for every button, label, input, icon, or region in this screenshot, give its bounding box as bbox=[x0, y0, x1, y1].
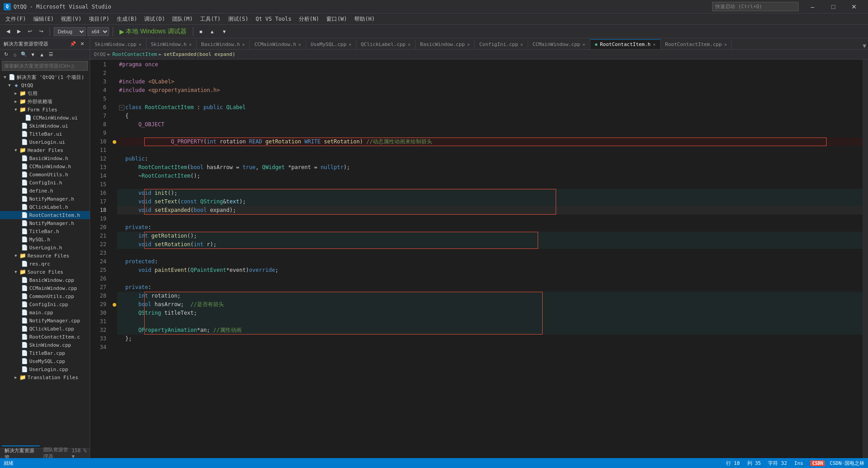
platform-dropdown[interactable]: x64 x86 bbox=[87, 27, 109, 36]
tab-usemysql-cpp[interactable]: UseMySQL.cpp ✕ bbox=[306, 39, 356, 49]
tab-close[interactable]: ✕ bbox=[189, 42, 192, 47]
menu-qt[interactable]: Qt VS Tools bbox=[252, 14, 295, 23]
tab-close[interactable]: ✕ bbox=[653, 42, 656, 47]
tree-file-userlogin-h[interactable]: 📄 UserLogin.h bbox=[0, 243, 90, 252]
tree-file-res-qrc[interactable]: 📄 res.qrc bbox=[0, 260, 90, 268]
search-quick-launch[interactable]: 快速启动 (Ctrl+Q) bbox=[712, 2, 799, 11]
tab-qclicklabel-cpp[interactable]: QClickLabel.cpp ✕ bbox=[356, 39, 416, 49]
code-editor[interactable]: 1 2 3 4 5 6 7 8 9 10 11 12 13 14 15 16 1… bbox=[90, 60, 868, 458]
tree-file-rootcontactitem-c[interactable]: 📄 RootContactItem.c bbox=[0, 333, 90, 341]
tree-file-define-h[interactable]: 📄 define.h bbox=[0, 187, 90, 195]
tab-close[interactable]: ✕ bbox=[521, 42, 523, 47]
close-button[interactable]: ✕ bbox=[844, 0, 864, 14]
tree-formfiles[interactable]: ▼ 📁 Form Files bbox=[0, 106, 90, 114]
tab-configini-cpp[interactable]: ConfigIni.cpp ✕ bbox=[475, 39, 528, 49]
menu-project[interactable]: 项目(P) bbox=[85, 14, 113, 24]
tab-close[interactable]: ✕ bbox=[242, 42, 245, 47]
bottom-tab-solution[interactable]: 解决方案资源管... bbox=[2, 445, 40, 459]
headerfiles-arrow[interactable]: ▼ bbox=[13, 148, 19, 152]
tree-file-titlebar-cpp[interactable]: 📄 TitleBar.cpp bbox=[0, 349, 90, 357]
se-toolbar-btn2[interactable]: ⌂ bbox=[11, 50, 19, 59]
tree-references[interactable]: ▶ 📁 引用 bbox=[0, 89, 90, 97]
tree-solution[interactable]: ▼ 📄 解决方案 'QtQQ'(1 个项目) bbox=[0, 73, 90, 81]
tree-file-titlebar-h[interactable]: 📄 TitleBar.h bbox=[0, 227, 90, 235]
collapse-6[interactable]: − bbox=[119, 105, 124, 110]
tab-close[interactable]: ✕ bbox=[583, 42, 585, 47]
translationfiles-arrow[interactable]: ▶ bbox=[13, 375, 19, 380]
tree-project[interactable]: ▼ ◆ QtQQ bbox=[0, 81, 90, 89]
tab-ccmainwindow-cpp[interactable]: CCMainWindow.cpp ✕ bbox=[528, 39, 590, 49]
config-dropdown[interactable]: Debug Release bbox=[54, 27, 86, 36]
tab-close[interactable]: ✕ bbox=[724, 42, 727, 47]
tree-file-configini-cpp[interactable]: 📄 ConfigIni.cpp bbox=[0, 300, 90, 308]
right-scrollbar[interactable] bbox=[863, 60, 868, 458]
breadcrumb-class[interactable]: RootContactItem bbox=[112, 51, 157, 57]
toolbar-undo[interactable]: ↩ bbox=[25, 28, 35, 35]
tree-file-qclicklabel-cpp[interactable]: 📄 QClickLabel.cpp bbox=[0, 325, 90, 333]
pin-button[interactable]: 📌 bbox=[69, 40, 77, 48]
tree-file-commonutils-h[interactable]: 📄 CommonUtils.h bbox=[0, 170, 90, 179]
tab-rootcontactitem-cpp[interactable]: RootContactItem.cpp ✕ bbox=[661, 39, 732, 49]
se-toolbar-btn4[interactable]: ▼ bbox=[29, 50, 37, 59]
code-content[interactable]: #pragma once #include <QLabel> #include … bbox=[117, 60, 863, 458]
run-button[interactable]: ▶ 本地 Windows 调试器 bbox=[117, 27, 189, 37]
maximize-button[interactable]: □ bbox=[823, 0, 844, 14]
menu-edit[interactable]: 编辑(E) bbox=[30, 14, 58, 24]
tree-file-userlogin-cpp[interactable]: 📄 UserLogin.cpp bbox=[0, 365, 90, 373]
tree-file-skinwindow-cpp[interactable]: 📄 SkinWindow.cpp bbox=[0, 341, 90, 349]
tree-file-userlogin-ui[interactable]: 📄 UserLogin.ui bbox=[0, 138, 90, 146]
status-col[interactable]: 列 35 bbox=[747, 460, 761, 467]
status-insert[interactable]: Ins bbox=[794, 460, 803, 466]
toolbar-redo[interactable]: ↪ bbox=[37, 28, 46, 35]
tab-close[interactable]: ✕ bbox=[298, 42, 301, 47]
se-toolbar-btn5[interactable]: ▲ bbox=[38, 50, 46, 59]
menu-build[interactable]: 生成(B) bbox=[113, 14, 141, 24]
menu-view[interactable]: 视图(V) bbox=[57, 14, 85, 24]
tree-file-rootcontactitem-h[interactable]: 📄 RootContactItem.h bbox=[0, 211, 90, 219]
solution-arrow[interactable]: ▼ bbox=[2, 75, 8, 79]
tab-basicwindow-h[interactable]: BasicWindow.h ✕ bbox=[196, 39, 250, 49]
tree-file-basicwindow-cpp[interactable]: 📄 BasicWindow.cpp bbox=[0, 276, 90, 284]
tab-close[interactable]: ✕ bbox=[467, 42, 470, 47]
tree-file-main-cpp[interactable]: 📄 main.cpp bbox=[0, 308, 90, 317]
tab-rootcontactitem-h[interactable]: ✱ RootContactItem.h ✕ bbox=[590, 39, 661, 49]
tab-close[interactable]: ✕ bbox=[139, 42, 142, 47]
tree-resourcefiles[interactable]: ▼ 📁 Resource Files bbox=[0, 252, 90, 260]
toolbar-fwd[interactable]: ▶ bbox=[14, 28, 23, 35]
tree-file-configini-h[interactable]: 📄 ConfigIni.h bbox=[0, 179, 90, 187]
toolbar-btn2[interactable]: ▲ bbox=[207, 28, 217, 35]
externaldeps-arrow[interactable]: ▶ bbox=[13, 99, 19, 104]
tree-file-mysql-h[interactable]: 📄 MySQL.h bbox=[0, 235, 90, 243]
menu-tools[interactable]: 工具(T) bbox=[196, 14, 224, 24]
tree-file-qclicklabel-h[interactable]: 📄 QClickLabel.h bbox=[0, 203, 90, 211]
toolbar-back[interactable]: ◀ bbox=[4, 28, 13, 35]
tab-close[interactable]: ✕ bbox=[408, 42, 411, 47]
tab-skinwindow-cpp[interactable]: SkinWindow.cpp ✕ bbox=[90, 39, 146, 49]
resourcefiles-arrow[interactable]: ▼ bbox=[13, 253, 19, 258]
se-toolbar-btn1[interactable]: ↻ bbox=[2, 50, 10, 59]
tree-translationfiles[interactable]: ▶ 📁 Translation Files bbox=[0, 373, 90, 381]
tree-file-ccmainwindow-h[interactable]: 📄 CCMainWindow.h bbox=[0, 162, 90, 170]
tree-file-titlebar-ui[interactable]: 📄 TitleBar.ui bbox=[0, 130, 90, 138]
formfiles-arrow[interactable]: ▼ bbox=[13, 107, 19, 112]
close-panel-button[interactable]: ✕ bbox=[78, 40, 86, 48]
sourcefiles-arrow[interactable]: ▼ bbox=[13, 270, 19, 274]
menu-test[interactable]: 测试(S) bbox=[224, 14, 252, 24]
menu-help[interactable]: 帮助(H) bbox=[351, 14, 379, 24]
tree-file-commonutils-cpp[interactable]: 📄 CommonUtils.cpp bbox=[0, 292, 90, 300]
tree-sourcefiles[interactable]: ▼ 📁 Source Files bbox=[0, 268, 90, 276]
tree-headerfiles[interactable]: ▼ 📁 Header Files bbox=[0, 146, 90, 154]
breadcrumb-qtqq[interactable]: QtQQ bbox=[94, 51, 106, 57]
toolbar-btn3[interactable]: ▼ bbox=[219, 28, 229, 35]
solution-explorer-search[interactable] bbox=[2, 61, 88, 71]
tree-file-notifymanager-h[interactable]: 📄 NotifyManager.h bbox=[0, 195, 90, 203]
tab-skinwindow-h[interactable]: SkinWindow.h ✕ bbox=[146, 39, 197, 49]
se-toolbar-btn6[interactable]: ☰ bbox=[47, 50, 55, 59]
tree-file-ccmainwindow-ui[interactable]: 📄 CCMainWindow.ui bbox=[0, 114, 90, 122]
menu-analyze[interactable]: 分析(N) bbox=[295, 14, 323, 24]
tree-file-usemysql-cpp[interactable]: 📄 UseMySQL.cpp bbox=[0, 357, 90, 365]
tree-file-basicwindow-h[interactable]: 📄 BasicWindow.h bbox=[0, 154, 90, 162]
status-line[interactable]: 行 18 bbox=[726, 460, 740, 467]
tree-file-notify2-h[interactable]: 📄 NotifyManager.h bbox=[0, 219, 90, 227]
menu-team[interactable]: 团队(M) bbox=[169, 14, 196, 24]
